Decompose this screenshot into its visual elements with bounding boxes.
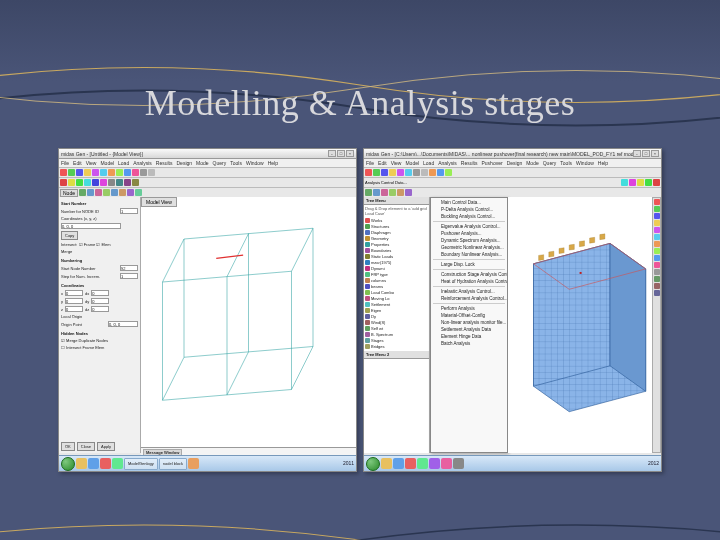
toolbar-button[interactable]	[381, 189, 388, 196]
menu-item[interactable]: Non-linear analysis monitor file...	[431, 319, 507, 326]
close-button[interactable]: Close	[77, 442, 95, 451]
intersect-frame-check[interactable]: ☐ Intersect Frame Elem	[61, 345, 104, 350]
toolbar-button[interactable]	[629, 179, 636, 186]
toolbar-button[interactable]	[60, 169, 67, 176]
menu-item[interactable]: Window	[576, 160, 594, 166]
toolbar-button[interactable]	[84, 179, 91, 186]
menu-item[interactable]: Large Disp. Lock	[431, 261, 507, 268]
toolbar-button[interactable]	[365, 189, 372, 196]
toolbar-button[interactable]	[445, 169, 452, 176]
toolbar-button[interactable]	[111, 189, 118, 196]
toolbar-button[interactable]	[92, 179, 99, 186]
taskbar-icon[interactable]	[76, 458, 87, 469]
dz-input[interactable]: 0	[91, 306, 109, 312]
node-id-input[interactable]: 1	[120, 208, 138, 214]
toolbar-button[interactable]	[373, 189, 380, 196]
toolbar-button[interactable]	[95, 189, 102, 196]
menu-item[interactable]: Query	[213, 160, 227, 166]
toolbar-button[interactable]	[389, 189, 396, 196]
close-button[interactable]: ×	[651, 150, 659, 157]
toolbar-button[interactable]	[429, 169, 436, 176]
toolbar-button[interactable]	[148, 169, 155, 176]
menu-item[interactable]: Analysis	[438, 160, 457, 166]
toolbar-button[interactable]	[389, 169, 396, 176]
menu-item[interactable]: Design	[507, 160, 523, 166]
taskbar-icon[interactable]	[112, 458, 123, 469]
side-button[interactable]	[654, 248, 660, 254]
toolbar-button[interactable]	[437, 169, 444, 176]
side-button[interactable]	[654, 227, 660, 233]
menu-item[interactable]: Load	[118, 160, 129, 166]
start-button[interactable]	[61, 457, 75, 471]
taskbar-icon[interactable]	[453, 458, 464, 469]
side-button[interactable]	[654, 220, 660, 226]
minimize-button[interactable]: -	[328, 150, 336, 157]
inc-input[interactable]: 1	[120, 273, 138, 279]
menu-item[interactable]: Mode	[196, 160, 209, 166]
menu-item[interactable]: Analysis	[133, 160, 152, 166]
menu-item[interactable]: Eigenvalue Analysis Control...	[431, 223, 507, 230]
menu-item[interactable]: Results	[461, 160, 478, 166]
toolbar-button[interactable]	[119, 189, 126, 196]
toolbar-button[interactable]	[92, 169, 99, 176]
model-canvas[interactable]: ■	[508, 197, 661, 453]
task-item[interactable]: ModelGenlogy	[124, 458, 158, 470]
taskbar-icon[interactable]	[405, 458, 416, 469]
toolbar-button[interactable]	[127, 189, 134, 196]
toolbar-button[interactable]	[381, 169, 388, 176]
menu-item[interactable]: P-Delta Analysis Control...	[431, 206, 507, 213]
toolbar-button[interactable]	[645, 179, 652, 186]
ok-button[interactable]: OK	[61, 442, 75, 451]
taskbar-icon[interactable]	[393, 458, 404, 469]
menu-item[interactable]: Design	[177, 160, 193, 166]
task-item[interactable]: nodel block	[159, 458, 187, 470]
copy-button[interactable]: Copy	[61, 231, 78, 240]
merge-dup-check[interactable]: ☑ Merge Duplicate Nodes	[61, 338, 108, 343]
menu-item[interactable]: Model	[405, 160, 419, 166]
toolbar-button[interactable]	[68, 169, 75, 176]
side-button[interactable]	[654, 213, 660, 219]
toolbar-button[interactable]	[637, 179, 644, 186]
toolbar-button[interactable]	[76, 179, 83, 186]
minimize-button[interactable]: -	[633, 150, 641, 157]
dx-input[interactable]: 0	[91, 290, 109, 296]
dy-input[interactable]: 0	[91, 298, 109, 304]
toolbar-button[interactable]	[87, 189, 94, 196]
start-num-input[interactable]: 92	[120, 265, 138, 271]
toolbar-button[interactable]	[79, 189, 86, 196]
menu-item[interactable]: Edit	[378, 160, 387, 166]
menu-item[interactable]: View	[86, 160, 97, 166]
menu-item[interactable]: Pushover Analysis...	[431, 230, 507, 237]
menu-item[interactable]: File	[61, 160, 69, 166]
menu-item[interactable]: Query	[543, 160, 557, 166]
toolbar-button[interactable]	[405, 169, 412, 176]
toolbar-button[interactable]	[373, 169, 380, 176]
toolbar-button[interactable]	[103, 189, 110, 196]
toolbar-button[interactable]	[653, 179, 660, 186]
menu-item[interactable]: Boundary Nonlinear Analysis...	[431, 251, 507, 258]
intersect-check[interactable]: Intersect: ☑ Frame ☑ Elem	[61, 242, 111, 247]
apply-button[interactable]: Apply	[97, 442, 115, 451]
toolbar-button[interactable]	[116, 179, 123, 186]
toolbar-button[interactable]	[132, 169, 139, 176]
taskbar-icon[interactable]	[441, 458, 452, 469]
menu-item[interactable]: View	[391, 160, 402, 166]
x-input[interactable]: 0	[65, 290, 83, 296]
toolbar-button[interactable]	[100, 169, 107, 176]
toolbar-button[interactable]	[84, 169, 91, 176]
menu-item[interactable]: Model	[100, 160, 114, 166]
side-button[interactable]	[654, 199, 660, 205]
side-button[interactable]	[654, 269, 660, 275]
menu-item[interactable]: Window	[246, 160, 264, 166]
toolbar-button[interactable]	[421, 169, 428, 176]
side-button[interactable]	[654, 283, 660, 289]
toolbar-button[interactable]	[60, 179, 67, 186]
toolbar-button[interactable]	[68, 179, 75, 186]
side-button[interactable]	[654, 234, 660, 240]
toolbar-button[interactable]	[397, 169, 404, 176]
menu-item[interactable]: Batch Analysis	[431, 340, 507, 347]
side-button[interactable]	[654, 276, 660, 282]
maximize-button[interactable]: □	[337, 150, 345, 157]
toolbar-button[interactable]	[100, 179, 107, 186]
toolbar-button[interactable]	[76, 169, 83, 176]
